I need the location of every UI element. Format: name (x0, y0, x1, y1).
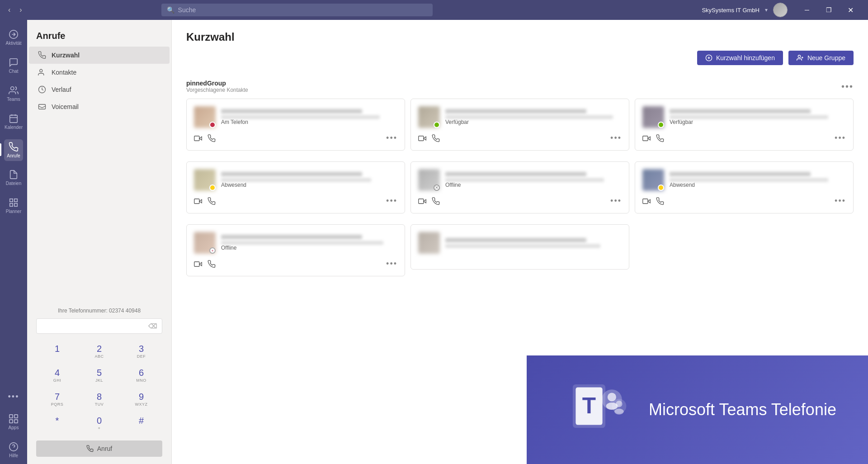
call-contact-button-3[interactable] (656, 134, 664, 142)
dial-key-3[interactable]: 3DEF (120, 339, 162, 363)
contact-more-5[interactable]: ••• (610, 196, 622, 206)
restore-button[interactable]: ❐ (818, 0, 839, 20)
contact-info-3: Verfügbar (642, 106, 846, 128)
nav-forward-button[interactable]: › (17, 4, 24, 16)
sidebar-calls-label: Anrufe (7, 153, 20, 158)
add-kurzwahl-button[interactable]: Kurzwahl hinzufügen (697, 51, 783, 65)
call-contact-button-1[interactable] (208, 134, 216, 142)
video-call-button-7[interactable] (194, 260, 202, 268)
contact-card-4: Abwesend ••• (186, 161, 405, 213)
video-call-button-4[interactable] (194, 197, 202, 205)
sidebar-item-more[interactable]: ••• (0, 385, 27, 408)
contact-card-empty (635, 224, 854, 276)
video-call-button-5[interactable] (418, 197, 426, 205)
sidebar-files-label: Dateien (6, 181, 21, 186)
contact-more-4[interactable]: ••• (386, 196, 397, 206)
teams-telefonie-overlay: T Microsoft Teams Telefonie (527, 355, 868, 464)
contact-card-6: Abwesend ••• (635, 161, 854, 213)
sidebar-item-teams[interactable]: Teams (0, 80, 27, 108)
nav-back-button[interactable]: ‹ (5, 4, 13, 16)
video-call-button-6[interactable] (642, 197, 651, 205)
call-contact-button-2[interactable] (432, 134, 440, 142)
sidebar-planner-label: Planner (6, 209, 21, 214)
sidebar-item-help[interactable]: Hilfe (0, 436, 27, 464)
user-avatar[interactable] (773, 3, 788, 17)
contact-status-2: Verfügbar (445, 119, 622, 125)
contact-status-7: Offline (221, 245, 397, 251)
dial-key-5[interactable]: 5JKL (78, 363, 120, 387)
call-button[interactable]: Anruf (36, 440, 162, 457)
call-contact-button-7[interactable] (208, 260, 216, 268)
contact-name-1 (221, 109, 362, 114)
video-call-button-1[interactable] (194, 134, 202, 142)
call-contact-button-5[interactable] (432, 197, 440, 205)
status-dot-6 (658, 185, 664, 191)
contact-more-2[interactable]: ••• (610, 133, 622, 143)
nav-verlauf-label: Verlauf (52, 86, 71, 93)
sidebar-help-label: Hilfe (9, 453, 18, 458)
nav-panel-title: Anrufe (27, 20, 171, 47)
sidebar-activity-label: Aktivität (5, 41, 21, 46)
search-input[interactable] (178, 6, 427, 14)
sidebar-item-activity[interactable]: Aktivität (0, 24, 27, 52)
group-more-button[interactable]: ••• (841, 81, 854, 92)
sidebar-item-files[interactable]: Dateien (0, 164, 27, 192)
contact-more-7[interactable]: ••• (386, 259, 397, 269)
nav-item-verlauf[interactable]: Verlauf (29, 81, 170, 98)
call-contact-button-4[interactable] (208, 197, 216, 205)
org-dropdown-icon[interactable]: ▾ (765, 7, 768, 13)
contact-actions-2: ••• (418, 132, 622, 143)
dial-key-6[interactable]: 6MNO (120, 363, 162, 387)
dial-key-7[interactable]: 7PQRS (36, 387, 78, 411)
sidebar-item-calendar[interactable]: Kalender (0, 108, 27, 136)
nav-panel-footer: Ihre Telefonnummer: 02374 40948 ⌫ 1 2ABC… (27, 300, 171, 464)
dial-key-star[interactable]: * (36, 411, 78, 435)
sidebar-item-calls[interactable]: Anrufe (0, 136, 27, 164)
nav-item-kurzwahl[interactable]: Kurzwahl (29, 47, 170, 64)
sidebar-item-planner[interactable]: Planner (0, 192, 27, 220)
sidebar-item-chat[interactable]: Chat (0, 52, 27, 80)
contact-name-5 (445, 172, 586, 176)
main-header: Kurzwahl (172, 20, 868, 51)
contact-avatar-8 (418, 232, 440, 254)
svg-rect-2 (10, 115, 18, 123)
sidebar-item-apps[interactable]: Apps (0, 408, 27, 436)
svg-marker-25 (199, 137, 202, 140)
search-icon: 🔍 (167, 6, 175, 14)
contact-card-3: Verfügbar ••• (635, 99, 854, 151)
minimize-button[interactable]: ─ (797, 0, 817, 20)
svg-rect-12 (9, 420, 13, 423)
nav-item-voicemail[interactable]: Voicemail (29, 98, 170, 115)
dial-key-4[interactable]: 4GHI (36, 363, 78, 387)
dial-key-1[interactable]: 1 (36, 339, 78, 363)
contact-info-5: ✕ Offline (418, 169, 622, 191)
contact-name-6 (670, 172, 811, 176)
nav-kurzwahl-label: Kurzwahl (52, 52, 80, 59)
sidebar-calendar-label: Kalender (5, 125, 23, 130)
svg-point-43 (608, 393, 616, 401)
contact-details-2: Verfügbar (445, 109, 622, 125)
video-call-button-2[interactable] (418, 134, 426, 142)
dial-key-0[interactable]: 0+ (78, 411, 120, 435)
call-contact-button-6[interactable] (656, 197, 664, 205)
contact-card-5: ✕ Offline (410, 161, 629, 213)
contact-more-1[interactable]: ••• (386, 133, 397, 143)
dial-key-8[interactable]: 8TUV (78, 387, 120, 411)
svg-rect-38 (194, 261, 199, 266)
dial-key-hash[interactable]: # (120, 411, 162, 435)
dial-key-2[interactable]: 2ABC (78, 339, 120, 363)
video-call-button-3[interactable] (642, 134, 651, 142)
nav-item-kontakte[interactable]: Kontakte (29, 64, 170, 81)
new-group-button[interactable]: Neue Gruppe (788, 51, 854, 65)
contact-more-3[interactable]: ••• (835, 133, 846, 143)
close-button[interactable]: ✕ (840, 0, 861, 20)
dial-key-9[interactable]: 9WXYZ (120, 387, 162, 411)
svg-marker-27 (424, 137, 426, 140)
delete-button[interactable]: ⌫ (148, 322, 157, 330)
search-bar[interactable]: 🔍 (161, 4, 433, 16)
contact-status-1: Am Telefon (221, 119, 397, 125)
contact-more-6[interactable]: ••• (835, 196, 846, 206)
svg-rect-28 (419, 136, 424, 141)
sidebar-teams-label: Teams (7, 97, 20, 102)
main-content: Kurzwahl Kurzwahl hinzufügen Neue Gruppe (172, 20, 868, 464)
